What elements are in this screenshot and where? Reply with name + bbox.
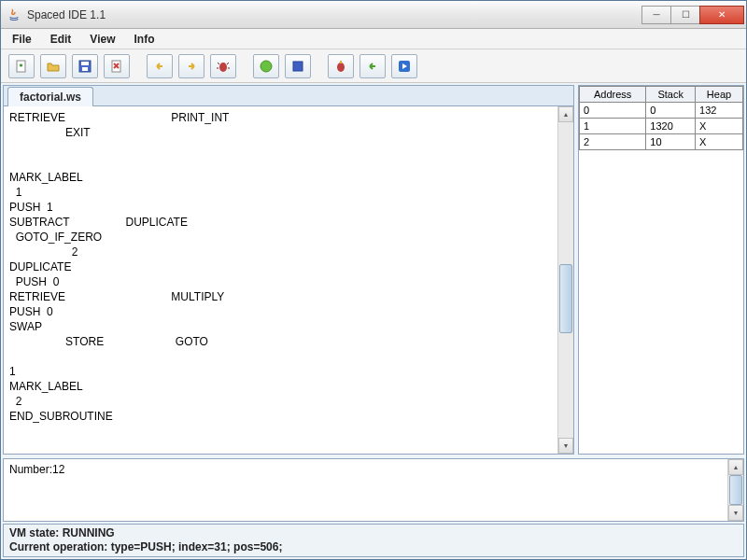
tab-factorial[interactable]: factorial.ws [7, 87, 93, 106]
svg-point-5 [219, 63, 227, 72]
save-button[interactable] [72, 54, 98, 78]
console-scrollbar[interactable]: ▴ ▾ [727, 459, 743, 521]
step-over-button[interactable] [359, 54, 386, 78]
editor-scrollbar[interactable]: ▴ ▾ [557, 106, 573, 454]
svg-point-6 [261, 61, 272, 72]
menubar: File Edit View Info [1, 29, 746, 49]
debug-button[interactable] [210, 54, 236, 78]
content-area: factorial.ws RETRIEVE PRINT_INT EXIT MAR… [1, 83, 746, 559]
col-stack[interactable]: Stack [646, 87, 696, 103]
code-editor[interactable]: RETRIEVE PRINT_INT EXIT MARK_LABEL 1 PUS… [4, 106, 557, 454]
svg-rect-7 [293, 62, 303, 71]
vm-state: VM state: RUNNING [9, 526, 738, 540]
editor-panel: factorial.ws RETRIEVE PRINT_INT EXIT MAR… [3, 85, 574, 455]
minimize-button[interactable]: ─ [641, 6, 671, 24]
scroll-up-icon[interactable]: ▴ [558, 106, 573, 122]
upper-split: factorial.ws RETRIEVE PRINT_INT EXIT MAR… [3, 85, 744, 455]
stop-button[interactable] [285, 54, 311, 78]
menu-edit[interactable]: Edit [41, 30, 81, 49]
memory-table: Address Stack Heap 0 0 132 1 [579, 86, 743, 150]
new-file-button[interactable] [8, 54, 35, 78]
svg-rect-2 [81, 62, 89, 65]
java-icon [7, 7, 21, 22]
svg-point-8 [337, 63, 345, 72]
svg-rect-3 [82, 67, 88, 71]
scroll-track[interactable] [728, 475, 743, 505]
table-row: 0 0 132 [580, 103, 743, 119]
close-file-button[interactable] [104, 54, 130, 78]
console-panel: Number:12 ▴ ▾ [3, 458, 744, 522]
col-address[interactable]: Address [580, 87, 646, 103]
redo-button[interactable] [178, 54, 204, 78]
col-heap[interactable]: Heap [696, 87, 743, 103]
status-panel: VM state: RUNNING Current operation: typ… [3, 524, 744, 557]
window-controls: ─ ☐ ✕ [642, 6, 744, 24]
current-operation: Current operation: type=PUSH; index=31; … [9, 540, 738, 554]
scroll-thumb[interactable] [729, 475, 742, 505]
table-row: 1 1320 X [580, 119, 743, 134]
editor-body: RETRIEVE PRINT_INT EXIT MARK_LABEL 1 PUS… [4, 106, 573, 454]
table-row: 2 10 X [580, 134, 743, 150]
maximize-button[interactable]: ☐ [670, 6, 700, 24]
scroll-track[interactable] [558, 122, 573, 438]
editor-tabs: factorial.ws [4, 86, 573, 106]
app-window: Spaced IDE 1.1 ─ ☐ ✕ File Edit View Info [0, 0, 747, 560]
menu-info[interactable]: Info [124, 30, 163, 49]
console-output[interactable]: Number:12 [4, 459, 727, 521]
scroll-thumb[interactable] [559, 264, 572, 333]
continue-button[interactable] [391, 54, 417, 78]
scroll-up-icon[interactable]: ▴ [728, 459, 743, 475]
menu-file[interactable]: File [3, 30, 41, 49]
window-title: Spaced IDE 1.1 [27, 8, 642, 21]
toolbar [1, 49, 746, 83]
titlebar: Spaced IDE 1.1 ─ ☐ ✕ [1, 1, 746, 29]
step-into-button[interactable] [328, 54, 354, 78]
menu-view[interactable]: View [80, 30, 124, 49]
memory-panel: Address Stack Heap 0 0 132 1 [578, 85, 744, 455]
scroll-down-icon[interactable]: ▾ [728, 505, 743, 521]
run-button[interactable] [253, 54, 279, 78]
scroll-down-icon[interactable]: ▾ [558, 438, 573, 454]
undo-button[interactable] [147, 54, 173, 78]
close-button[interactable]: ✕ [699, 6, 744, 24]
open-button[interactable] [40, 54, 66, 78]
